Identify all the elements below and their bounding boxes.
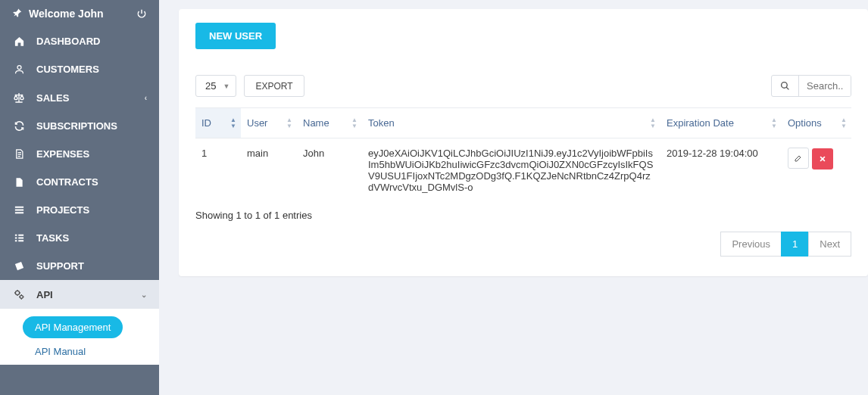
pagination: Previous 1 Next	[195, 232, 851, 257]
nav-label: CONTRACTS	[36, 176, 98, 188]
nav-label: DASHBOARD	[36, 36, 101, 47]
nav-label: EXPENSES	[36, 148, 89, 160]
sidebar-submenu-api: API Management API Manual	[0, 309, 159, 365]
svg-point-0	[17, 66, 21, 70]
sidebar-item-sales[interactable]: SALES ‹	[0, 83, 159, 112]
chevron-down-icon: ⌄	[141, 291, 147, 299]
cell-options	[782, 138, 851, 203]
search-box	[771, 75, 851, 97]
pushpin-icon	[12, 8, 23, 19]
sidebar-item-tasks[interactable]: TASKS	[0, 224, 159, 252]
col-options: Options▲▼	[782, 108, 851, 138]
cell-expiration: 2019-12-28 19:04:00	[660, 138, 782, 203]
table-toolbar: 25 EXPORT	[195, 75, 851, 97]
edit-button[interactable]	[788, 148, 809, 169]
col-user[interactable]: User▲▼	[241, 108, 297, 138]
svg-point-1	[15, 291, 19, 294]
nav-label: API	[36, 289, 53, 300]
welcome-text: Welcome John	[29, 8, 104, 20]
col-token[interactable]: Token▲▼	[362, 108, 660, 138]
page-size-value: 25	[205, 80, 216, 92]
sidebar-item-projects[interactable]: PROJECTS	[0, 196, 159, 224]
nav-label: SALES	[36, 92, 69, 104]
chevron-left-icon: ‹	[145, 94, 147, 102]
sidebar-subitem-api-manual[interactable]: API Manual	[0, 338, 159, 357]
tasks-icon	[12, 232, 26, 244]
scale-icon	[12, 92, 26, 104]
document-icon	[12, 148, 26, 160]
svg-point-2	[20, 295, 23, 298]
sidebar-item-subscriptions[interactable]: SUBSCRIPTIONS	[0, 112, 159, 140]
delete-button[interactable]	[812, 148, 833, 170]
ticket-icon	[12, 260, 26, 272]
main-content: NEW USER 25 EXPORT ID▲▼ User▲▼ Name▲▼	[159, 0, 868, 395]
sidebar-subitem-api-management[interactable]: API Management	[23, 316, 123, 338]
sidebar-item-contracts[interactable]: CONTRACTS	[0, 168, 159, 196]
cell-name: John	[297, 138, 362, 203]
nav-label: SUBSCRIPTIONS	[36, 120, 117, 132]
sidebar-item-api[interactable]: API ⌄	[0, 280, 159, 309]
sidebar-header: Welcome John	[0, 0, 159, 27]
nav-label: SUPPORT	[36, 260, 84, 272]
cell-token: eyJ0eXAiOiJKV1QiLCJhbGciOiJIUzI1NiJ9.eyJ…	[362, 138, 660, 203]
sidebar: Welcome John DASHBOARD CUSTOMERS SALES ‹…	[0, 0, 159, 395]
col-id[interactable]: ID▲▼	[195, 108, 241, 138]
search-input[interactable]	[799, 76, 851, 96]
table-row: 1 main John eyJ0eXAiOiJKV1QiLCJhbGciOiJI…	[195, 138, 851, 203]
user-icon	[12, 64, 26, 75]
col-name[interactable]: Name▲▼	[297, 108, 362, 138]
export-button[interactable]: EXPORT	[244, 75, 304, 97]
prev-button[interactable]: Previous	[720, 232, 782, 257]
gears-icon	[12, 288, 26, 300]
sidebar-item-customers[interactable]: CUSTOMERS	[0, 55, 159, 83]
nav-label: CUSTOMERS	[36, 64, 99, 75]
sidebar-item-support[interactable]: SUPPORT	[0, 252, 159, 280]
next-button[interactable]: Next	[808, 232, 851, 257]
new-user-button[interactable]: NEW USER	[195, 23, 276, 49]
sidebar-item-expenses[interactable]: EXPENSES	[0, 140, 159, 168]
nav-label: PROJECTS	[36, 204, 89, 216]
svg-point-3	[782, 82, 788, 89]
col-expiration[interactable]: Expiration Date▲▼	[660, 108, 782, 138]
page-size-select[interactable]: 25	[195, 75, 236, 97]
power-icon[interactable]	[136, 8, 147, 19]
home-icon	[12, 36, 26, 47]
cell-user: main	[241, 138, 297, 203]
page-1-button[interactable]: 1	[781, 232, 809, 257]
users-card: NEW USER 25 EXPORT ID▲▼ User▲▼ Name▲▼	[179, 9, 868, 276]
list-icon	[12, 204, 26, 216]
refresh-icon	[12, 120, 26, 132]
search-icon[interactable]	[772, 76, 799, 96]
nav-label: TASKS	[36, 232, 69, 244]
sidebar-item-dashboard[interactable]: DASHBOARD	[0, 27, 159, 55]
file-icon	[12, 177, 26, 188]
cell-id: 1	[195, 138, 241, 203]
table-info: Showing 1 to 1 of 1 entries	[195, 210, 851, 221]
users-table: ID▲▼ User▲▼ Name▲▼ Token▲▼ Expiration Da…	[195, 107, 851, 202]
